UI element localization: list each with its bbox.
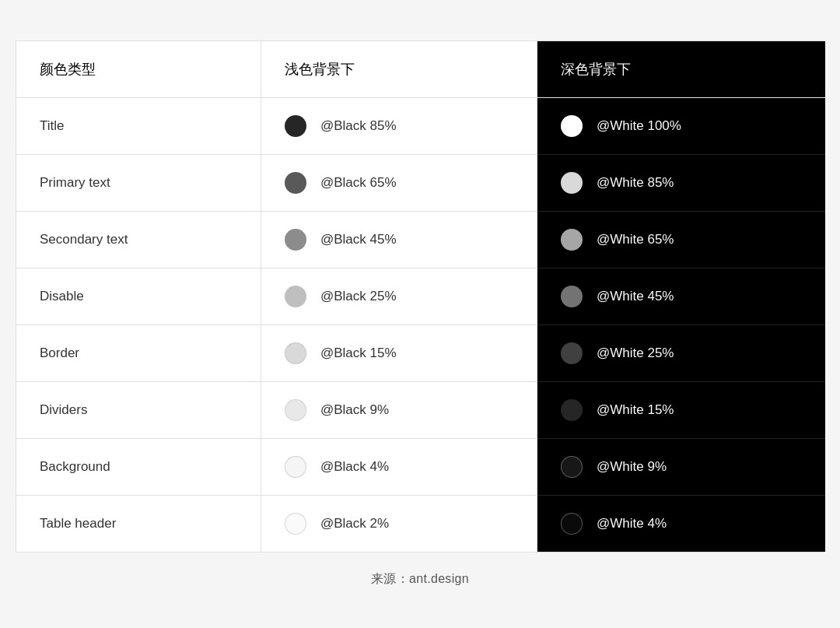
dark-dot-secondary-text bbox=[561, 229, 583, 251]
row-light-secondary-text: @Black 45% bbox=[261, 212, 537, 268]
dark-text-table-header: @White 4% bbox=[597, 516, 667, 532]
dark-dot-disable bbox=[561, 286, 583, 307]
light-dot-background bbox=[285, 456, 306, 478]
dark-text-border: @White 25% bbox=[597, 346, 674, 361]
row-dark-primary-text: @White 85% bbox=[537, 155, 825, 212]
table-body: Title@Black 85%@White 100%Primary text@B… bbox=[16, 98, 824, 552]
light-text-border: @Black 15% bbox=[320, 346, 397, 361]
row-dark-dividers: @White 15% bbox=[537, 382, 825, 439]
light-text-table-header: @Black 2% bbox=[320, 516, 389, 532]
row-light-dividers: @Black 9% bbox=[261, 382, 537, 439]
row-light-primary-text: @Black 65% bbox=[261, 155, 537, 212]
light-text-disable: @Black 25% bbox=[320, 289, 397, 304]
dark-dot-title bbox=[561, 115, 583, 137]
dark-text-background: @White 9% bbox=[597, 459, 667, 475]
dark-dot-primary-text bbox=[561, 172, 583, 194]
table-header-row: 颜色类型 浅色背景下 深色背景下 bbox=[16, 41, 824, 98]
light-text-secondary-text: @Black 45% bbox=[320, 232, 397, 247]
light-dot-border bbox=[285, 342, 306, 364]
row-light-table-header: @Black 2% bbox=[261, 496, 537, 552]
light-dot-dividers bbox=[285, 399, 306, 421]
dark-text-primary-text: @White 85% bbox=[597, 175, 674, 191]
light-dot-secondary-text bbox=[285, 229, 306, 251]
color-table: 颜色类型 浅色背景下 深色背景下 Title@Black 85%@White 1… bbox=[16, 40, 824, 553]
row-light-title: @Black 85% bbox=[261, 98, 537, 155]
light-text-background: @Black 4% bbox=[320, 459, 389, 475]
header-col-type: 颜色类型 bbox=[16, 41, 261, 97]
dark-dot-border bbox=[561, 342, 583, 364]
header-col-dark: 深色背景下 bbox=[537, 41, 825, 97]
row-dark-disable: @White 45% bbox=[537, 268, 825, 325]
row-light-disable: @Black 25% bbox=[261, 268, 537, 325]
dark-text-disable: @White 45% bbox=[597, 289, 674, 304]
row-light-border: @Black 15% bbox=[261, 325, 537, 382]
light-dot-disable bbox=[285, 286, 306, 307]
dark-text-title: @White 100% bbox=[597, 118, 681, 134]
dark-dot-table-header bbox=[561, 513, 583, 535]
footer-source: 来源：ant.design bbox=[371, 571, 469, 588]
row-label-border: Border bbox=[16, 325, 261, 382]
light-dot-primary-text bbox=[285, 172, 306, 194]
light-text-title: @Black 85% bbox=[320, 118, 397, 134]
header-col-light: 浅色背景下 bbox=[261, 41, 537, 97]
light-dot-table-header bbox=[285, 513, 306, 535]
row-light-background: @Black 4% bbox=[261, 439, 537, 496]
dark-dot-background bbox=[561, 456, 583, 478]
dark-dot-dividers bbox=[561, 399, 583, 421]
row-dark-table-header: @White 4% bbox=[537, 496, 825, 552]
row-dark-background: @White 9% bbox=[537, 439, 825, 496]
row-label-background: Background bbox=[16, 439, 261, 496]
light-dot-title bbox=[285, 115, 306, 137]
row-label-dividers: Dividers bbox=[16, 382, 261, 439]
dark-text-dividers: @White 15% bbox=[597, 402, 674, 418]
row-label-title: Title bbox=[16, 98, 261, 155]
row-dark-title: @White 100% bbox=[537, 98, 825, 155]
row-label-disable: Disable bbox=[16, 268, 261, 325]
dark-text-secondary-text: @White 65% bbox=[597, 232, 674, 247]
row-label-table-header: Table header bbox=[16, 496, 261, 552]
light-text-dividers: @Black 9% bbox=[320, 402, 389, 418]
light-text-primary-text: @Black 65% bbox=[320, 175, 397, 191]
row-label-primary-text: Primary text bbox=[16, 155, 261, 212]
row-label-secondary-text: Secondary text bbox=[16, 212, 261, 268]
row-dark-border: @White 25% bbox=[537, 325, 825, 382]
row-dark-secondary-text: @White 65% bbox=[537, 212, 825, 268]
